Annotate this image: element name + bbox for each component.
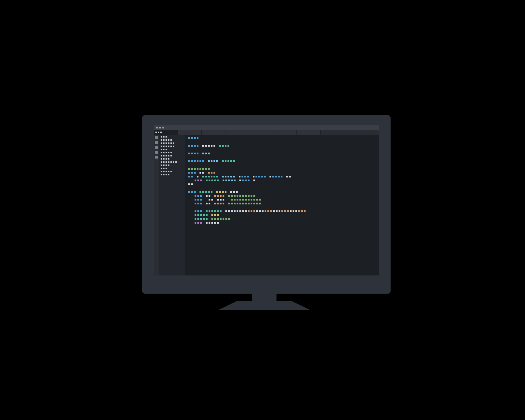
file-item[interactable]: [161, 155, 183, 156]
code-line: [188, 137, 375, 139]
code-token: [206, 214, 208, 216]
file-item[interactable]: [161, 158, 183, 160]
code-token: [237, 199, 238, 201]
code-token: [245, 203, 247, 204]
code-token: [205, 191, 207, 193]
file-item[interactable]: [161, 142, 183, 144]
activity-icon[interactable]: [155, 146, 158, 149]
code-token: [264, 176, 266, 177]
code-token: [284, 210, 286, 212]
code-token: [239, 203, 241, 204]
code-token: [195, 222, 196, 224]
code-token: [197, 199, 199, 201]
code-token: [203, 218, 205, 220]
file-item[interactable]: [161, 171, 183, 172]
code-token: [258, 176, 260, 177]
code-token: [206, 195, 208, 197]
code-line: [188, 202, 375, 204]
code-token: [195, 218, 196, 220]
window-control-dot[interactable]: [156, 127, 158, 128]
code-token: [230, 176, 232, 177]
file-item[interactable]: [161, 139, 183, 141]
window-control-dot[interactable]: [159, 127, 161, 128]
code-token: [197, 210, 199, 212]
code-token: [197, 195, 199, 197]
code-token: [265, 210, 266, 212]
code-token: [200, 195, 202, 197]
code-token: [219, 145, 221, 147]
monitor-stand-neck: [252, 294, 276, 304]
editor-tab[interactable]: [154, 130, 178, 135]
code-token: [211, 145, 212, 147]
code-token: [191, 176, 193, 177]
code-token: [214, 145, 215, 147]
tab-label-block: [155, 132, 157, 133]
code-token: [208, 191, 210, 193]
code-token: [202, 172, 204, 174]
editor-tab[interactable]: [297, 130, 321, 135]
code-token: [242, 180, 244, 181]
activity-icon[interactable]: [155, 141, 158, 144]
code-token: [227, 160, 229, 162]
code-token: [237, 195, 238, 197]
code-editor[interactable]: [185, 135, 379, 275]
code-token: [220, 203, 222, 204]
code-token: [188, 191, 190, 193]
code-token: [214, 203, 216, 204]
code-token: [197, 218, 199, 220]
code-token: [248, 199, 250, 201]
code-token: [214, 210, 216, 212]
code-token: [200, 210, 202, 212]
file-item[interactable]: [161, 136, 183, 138]
code-token: [191, 172, 193, 174]
code-token: [211, 180, 213, 181]
file-item[interactable]: [161, 161, 183, 163]
file-item[interactable]: [161, 152, 183, 153]
activity-icon[interactable]: [155, 156, 158, 159]
code-token: [220, 195, 222, 197]
file-item[interactable]: [161, 149, 183, 150]
editor-tab[interactable]: [225, 130, 249, 135]
window-control-dot[interactable]: [162, 127, 164, 128]
code-line: [188, 195, 375, 197]
code-token: [203, 214, 205, 216]
code-token: [233, 191, 235, 193]
code-token: [251, 195, 252, 197]
code-token: [216, 176, 218, 177]
code-token: [245, 210, 247, 212]
file-item[interactable]: [161, 174, 183, 175]
editor-tab[interactable]: [273, 130, 297, 135]
code-token: [211, 172, 212, 174]
code-token: [251, 210, 252, 212]
code-token: [251, 203, 252, 204]
code-token: [209, 203, 210, 204]
editor-tab[interactable]: [202, 130, 225, 135]
code-token: [208, 153, 210, 154]
activity-icon[interactable]: [155, 151, 158, 154]
code-token: [214, 218, 216, 220]
editor-tab[interactable]: [249, 130, 273, 135]
activity-icon[interactable]: [155, 136, 158, 139]
code-token: [272, 176, 274, 177]
code-token: [231, 203, 233, 204]
code-token: [188, 168, 190, 170]
code-token: [295, 210, 297, 212]
code-token: [267, 210, 269, 212]
code-token: [233, 176, 235, 177]
editor-tab[interactable]: [178, 130, 202, 135]
code-token: [275, 176, 277, 177]
code-line: [188, 222, 375, 224]
code-token: [253, 195, 255, 197]
code-line: [188, 206, 375, 208]
file-item[interactable]: [161, 168, 183, 169]
code-token: [217, 180, 219, 181]
code-token: [194, 145, 196, 147]
code-token: [188, 137, 190, 139]
code-token: [251, 199, 252, 201]
code-line: [188, 145, 375, 147]
code-token: [211, 191, 212, 193]
code-token: [216, 191, 218, 193]
file-item[interactable]: [161, 146, 183, 147]
file-item[interactable]: [161, 164, 183, 166]
code-token: [206, 218, 208, 220]
